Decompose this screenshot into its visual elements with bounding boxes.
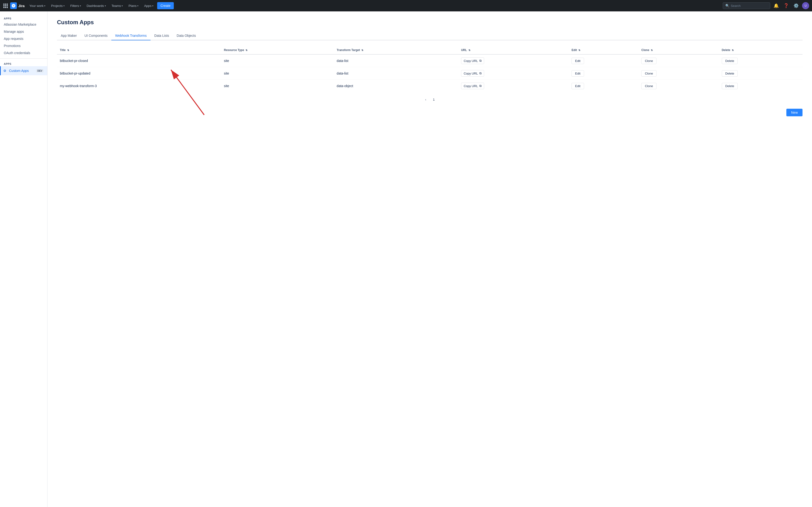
app-layout: Apps Atlassian Marketplace Manage apps A… — [0, 11, 812, 507]
chevron-down-icon: ▾ — [63, 4, 65, 7]
cell-url-3: Copy URL ⧉ — [458, 80, 569, 92]
table-container: Title ⇅ Resource Type ⇅ Transform Target… — [57, 46, 803, 92]
table-body: bitbucket-pr-closed site data-list Copy … — [57, 54, 803, 92]
cell-resource-type-2: site — [221, 67, 334, 80]
table-row: my-webhook-transform-3 site data-object … — [57, 80, 803, 92]
sidebar-item-oauth-credentials[interactable]: OAuth credentials — [0, 49, 47, 56]
sort-icon: ⇅ — [578, 49, 580, 52]
sort-icon: ⇅ — [469, 49, 470, 52]
notifications-button[interactable]: 🔔 — [772, 2, 780, 10]
nav-dashboards[interactable]: Dashboards ▾ — [85, 3, 108, 9]
col-title[interactable]: Title ⇅ — [57, 46, 221, 54]
jira-icon — [11, 4, 16, 8]
cell-resource-type-1: site — [221, 54, 334, 67]
nav-apps[interactable]: Apps ▾ — [142, 3, 155, 9]
clone-button-1[interactable]: Clone — [641, 58, 656, 64]
search-icon: 🔍 — [725, 4, 729, 8]
cell-title-3: my-webhook-transform-3 — [57, 80, 221, 92]
col-delete[interactable]: Delete ⇅ — [719, 46, 803, 54]
col-edit[interactable]: Edit ⇅ — [569, 46, 639, 54]
chevron-down-icon: ▾ — [121, 4, 123, 7]
tab-data-lists[interactable]: Data Lists — [151, 31, 173, 40]
pagination-page: 1 — [430, 96, 437, 103]
copy-url-button-1[interactable]: Copy URL ⧉ — [461, 57, 484, 64]
nav-teams[interactable]: Teams ▾ — [110, 3, 125, 9]
page-title: Custom Apps — [57, 19, 803, 25]
sidebar-item-custom-apps[interactable]: ⚙ Custom Apps DEV — [0, 66, 47, 75]
edit-button-1[interactable]: Edit — [572, 58, 584, 64]
dev-badge: DEV — [36, 69, 44, 72]
new-button[interactable]: New — [787, 109, 803, 116]
cell-transform-target-1: data-list — [334, 54, 458, 67]
col-url[interactable]: URL ⇅ — [458, 46, 569, 54]
search-box[interactable]: 🔍 — [723, 2, 770, 9]
waffle-menu[interactable] — [3, 3, 8, 8]
delete-button-1[interactable]: Delete — [722, 58, 738, 64]
jira-logo-icon — [10, 2, 17, 9]
tab-ui-components[interactable]: UI Components — [81, 31, 111, 40]
cell-edit-3: Edit — [569, 80, 639, 92]
sidebar-section-apps-2: Apps — [0, 61, 47, 66]
sidebar-section-apps-1: Apps — [0, 15, 47, 21]
cell-clone-2: Clone — [639, 67, 719, 80]
search-input[interactable] — [731, 4, 768, 8]
tab-webhook-transforms[interactable]: Webhook Transforms — [111, 31, 151, 40]
edit-button-2[interactable]: Edit — [572, 70, 584, 77]
cell-edit-2: Edit — [569, 67, 639, 80]
delete-button-2[interactable]: Delete — [722, 70, 738, 77]
jira-logo[interactable]: Jira — [10, 2, 25, 9]
cell-clone-1: Clone — [639, 54, 719, 67]
edit-button-3[interactable]: Edit — [572, 83, 584, 89]
clone-button-2[interactable]: Clone — [641, 70, 656, 77]
nav-projects[interactable]: Projects ▾ — [49, 3, 66, 9]
logo-text: Jira — [18, 4, 25, 8]
sort-icon: ⇅ — [732, 49, 734, 52]
custom-apps-icon: ⚙ — [2, 68, 8, 73]
tab-data-objects[interactable]: Data Objects — [173, 31, 200, 40]
help-button[interactable]: ❓ — [782, 2, 790, 10]
create-button[interactable]: Create — [157, 2, 174, 9]
chevron-down-icon: ▾ — [105, 4, 106, 7]
sidebar-item-promotions[interactable]: Promotions — [0, 42, 47, 49]
sidebar-item-app-requests[interactable]: App requests — [0, 35, 47, 42]
copy-url-button-3[interactable]: Copy URL ⧉ — [461, 82, 484, 89]
cell-url-1: Copy URL ⧉ — [458, 54, 569, 67]
cell-clone-3: Clone — [639, 80, 719, 92]
col-resource-type[interactable]: Resource Type ⇅ — [221, 46, 334, 54]
webhook-transforms-table: Title ⇅ Resource Type ⇅ Transform Target… — [57, 46, 803, 92]
sidebar-item-manage-apps[interactable]: Manage apps — [0, 28, 47, 35]
sidebar-item-atlassian-marketplace[interactable]: Atlassian Marketplace — [0, 21, 47, 28]
copy-icon: ⧉ — [479, 71, 482, 75]
nav-filters[interactable]: Filters ▾ — [68, 3, 83, 9]
chevron-down-icon: ▾ — [80, 4, 81, 7]
main-content: Custom Apps App Maker UI Components Webh… — [48, 11, 812, 507]
copy-url-button-2[interactable]: Copy URL ⧉ — [461, 70, 484, 77]
cell-url-2: Copy URL ⧉ — [458, 67, 569, 80]
sidebar-active-label: Custom Apps — [9, 69, 35, 73]
delete-button-3[interactable]: Delete — [722, 83, 738, 89]
copy-icon: ⧉ — [479, 84, 482, 88]
cell-delete-3: Delete — [719, 80, 803, 92]
tab-app-maker[interactable]: App Maker — [57, 31, 81, 40]
cell-transform-target-2: data-list — [334, 67, 458, 80]
col-clone[interactable]: Clone ⇅ — [639, 46, 719, 54]
pagination: ‹ 1 — [57, 92, 803, 107]
chevron-down-icon: ▾ — [152, 4, 153, 7]
cell-resource-type-3: site — [221, 80, 334, 92]
cell-transform-target-3: data-object — [334, 80, 458, 92]
tab-bar: App Maker UI Components Webhook Transfor… — [57, 31, 803, 40]
new-button-row: New — [57, 109, 803, 116]
table-header: Title ⇅ Resource Type ⇅ Transform Target… — [57, 46, 803, 54]
nav-your-work[interactable]: Your work ▾ — [28, 3, 48, 9]
cell-title-1: bitbucket-pr-closed — [57, 54, 221, 67]
clone-button-3[interactable]: Clone — [641, 83, 656, 89]
table-row: bitbucket-pr-updated site data-list Copy… — [57, 67, 803, 80]
sort-icon: ⇅ — [246, 49, 248, 52]
nav-plans[interactable]: Plans ▾ — [126, 3, 140, 9]
pagination-prev[interactable]: ‹ — [422, 96, 429, 103]
avatar[interactable]: U — [802, 2, 809, 9]
table-row: bitbucket-pr-closed site data-list Copy … — [57, 54, 803, 67]
settings-button[interactable]: ⚙️ — [792, 2, 800, 10]
col-transform-target[interactable]: Transform Target ⇅ — [334, 46, 458, 54]
top-navigation: Jira Your work ▾ Projects ▾ Filters ▾ Da… — [0, 0, 812, 11]
